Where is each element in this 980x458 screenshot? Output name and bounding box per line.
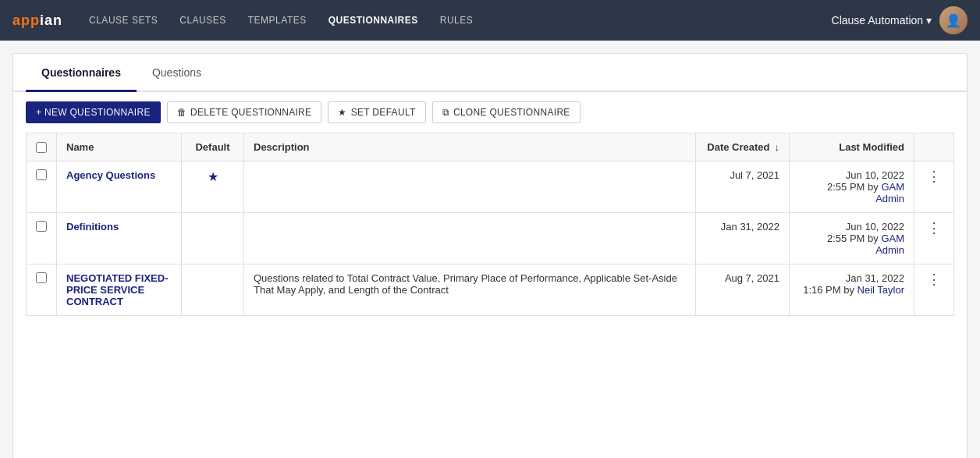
row2-checkbox[interactable] [36,221,47,232]
nav-clauses[interactable]: CLAUSES [178,12,228,29]
user-avatar[interactable]: 👤 [939,6,968,34]
row2-date-cell: Jan 31, 2022 [696,213,790,265]
questionnaires-table: Name Default Description Date Created ↓ … [26,133,954,316]
row2-modified-time: 2:55 PM by [827,233,879,244]
row3-modified-by-link[interactable]: Neil Taylor [858,284,904,296]
copy-icon: ⧉ [442,107,449,118]
row3-modified-time: 1:16 PM by [803,284,854,296]
row3-modified-date: Jan 31, 2022 [846,272,904,284]
row2-name-cell: Definitions [57,213,182,265]
row2-name-link[interactable]: Definitions [66,221,119,233]
tab-questionnaires[interactable]: Questionnaires [26,54,137,92]
row1-modified-cell: Jun 10, 2022 2:55 PM by GAM Admin [790,162,914,213]
row3-default-cell [182,265,244,316]
th-name: Name [57,133,182,162]
row3-name-link[interactable]: NEGOTIATED FIXED-PRICE SERVICE CONTRACT [66,272,168,307]
row1-name-cell: Agency Questions [57,162,182,213]
toolbar: + NEW QUESTIONNAIRE 🗑 DELETE QUESTIONNAI… [13,92,967,133]
row1-date-cell: Jul 7, 2021 [696,162,790,213]
row1-checkbox[interactable] [36,169,47,180]
th-description: Description [244,133,696,162]
table-row: Definitions Jan 31, 2022 Jun 10, 2022 2:… [27,213,954,265]
row2-default-cell [182,213,244,265]
new-questionnaire-button[interactable]: + NEW QUESTIONNAIRE [26,101,161,123]
nav-templates[interactable]: TEMPLATES [247,12,308,29]
table-row: NEGOTIATED FIXED-PRICE SERVICE CONTRACT … [27,265,954,316]
row3-desc-cell: Questions related to Total Contract Valu… [244,265,696,316]
topnav-right: Clause Automation ▾ 👤 [832,6,968,34]
table-row: Agency Questions ★ Jul 7, 2021 Jun 10, 2… [27,162,954,213]
th-checkbox [27,133,57,162]
row1-kebab-menu[interactable]: ⋮ [924,169,944,183]
row1-actions-cell: ⋮ [914,162,954,213]
row1-desc-cell [244,162,696,213]
row3-checkbox[interactable] [36,272,47,283]
row3-checkbox-cell [27,265,57,316]
top-navigation: appian CLAUSE SETS CLAUSES TEMPLATES QUE… [0,0,980,41]
th-actions [914,133,954,162]
row3-date-cell: Aug 7, 2021 [696,265,790,316]
delete-questionnaire-button[interactable]: 🗑 DELETE QUESTIONNAIRE [167,101,322,123]
row3-modified-cell: Jan 31, 2022 1:16 PM by Neil Taylor [790,265,914,316]
nav-questionnaires[interactable]: QUESTIONNAIRES [327,12,420,29]
nav-rules[interactable]: RULES [439,12,475,29]
questionnaires-table-wrapper: Name Default Description Date Created ↓ … [13,133,967,328]
row1-checkbox-cell [27,162,57,213]
default-star-icon: ★ [208,170,218,183]
row3-kebab-menu[interactable]: ⋮ [924,272,944,286]
row1-modified-date: Jun 10, 2022 [846,169,904,181]
row3-actions-cell: ⋮ [914,265,954,316]
page-content: Questionnaires Questions + NEW QUESTIONN… [12,53,968,458]
row2-desc-cell [244,213,696,265]
row1-modified-by-link[interactable]: GAM Admin [875,181,904,204]
clone-questionnaire-button[interactable]: ⧉ CLONE QUESTIONNAIRE [432,101,581,123]
th-last-modified: Last Modified [790,133,914,162]
row2-checkbox-cell [27,213,57,265]
row2-modified-date: Jun 10, 2022 [846,221,904,233]
tab-bar: Questionnaires Questions [13,54,967,92]
row3-name-cell: NEGOTIATED FIXED-PRICE SERVICE CONTRACT [57,265,182,316]
star-icon: ★ [338,107,346,118]
table-header-row: Name Default Description Date Created ↓ … [27,133,954,162]
th-default: Default [182,133,244,162]
row1-name-link[interactable]: Agency Questions [66,169,155,181]
trash-icon: 🗑 [177,107,186,118]
row1-modified-time: 2:55 PM by [827,181,879,193]
row1-default-cell: ★ [182,162,244,213]
set-default-button[interactable]: ★ SET DEFAULT [328,101,425,123]
row2-modified-by-link[interactable]: GAM Admin [875,233,904,256]
sort-icon: ↓ [775,141,780,153]
app-name-dropdown[interactable]: Clause Automation ▾ [832,14,932,27]
row2-actions-cell: ⋮ [914,213,954,265]
row2-kebab-menu[interactable]: ⋮ [924,221,944,235]
app-logo: appian [12,12,62,29]
row2-modified-cell: Jun 10, 2022 2:55 PM by GAM Admin [790,213,914,265]
select-all-checkbox[interactable] [36,142,47,153]
tab-questions[interactable]: Questions [137,54,217,92]
th-date-created[interactable]: Date Created ↓ [696,133,790,162]
nav-clause-sets[interactable]: CLAUSE SETS [87,12,159,29]
